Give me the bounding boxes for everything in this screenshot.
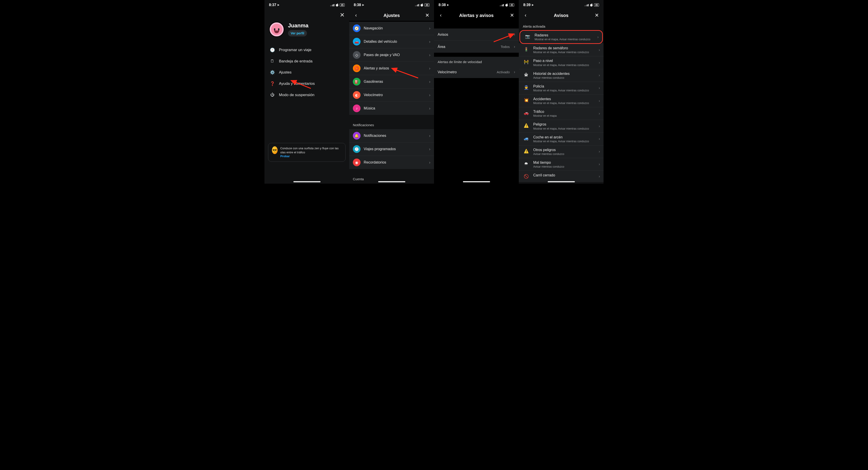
location-icon: ➤ [531, 3, 534, 6]
settings-row-recordatorios[interactable]: ◉ Recordatorios › [349, 156, 434, 169]
battery-icon: 45 [340, 3, 345, 6]
settings-row-detalles-del-veh-culo[interactable]: 🚗 Detalles del vehículo › [349, 35, 434, 48]
wifi-icon: ◉̑ [590, 3, 593, 7]
aviso-icon: 🌧 [522, 160, 530, 167]
aviso-row-radares-de-sem-foro[interactable]: 🚦 Radares de semáforo Mostrar en el mapa… [519, 43, 603, 56]
settings-row-navegaci-n[interactable]: 🧭 Navegación › [349, 22, 434, 35]
chevron-right-icon: › [599, 112, 600, 116]
menu-label: Programar un viaje [279, 48, 311, 52]
aviso-row-peligros[interactable]: ⚠️ Peligros Mostrar en el mapa, Avisar m… [519, 120, 603, 132]
screen-profile: 8:37➤ ◉̑ 45 ✕ Juanma Ver perfil 🕘Program… [265, 0, 349, 184]
aviso-row-carril-cerrado[interactable]: 🚫 Carril cerrado › [519, 171, 603, 182]
aviso-icon: 🚦 [522, 46, 530, 53]
aviso-title: Otros peligros [533, 148, 596, 152]
aviso-icon: 📷 [524, 33, 531, 40]
page-title: Ajustes [359, 13, 424, 18]
close-icon[interactable]: ✕ [424, 12, 430, 19]
row-icon: ◇ [353, 51, 361, 59]
menu-item-ajustes[interactable]: ⚙️Ajustes [266, 67, 348, 78]
aviso-subtitle: Mostrar en el mapa, Avisar mientras cond… [533, 101, 596, 105]
back-button[interactable]: ‹ [353, 12, 359, 19]
chevron-right-icon: › [429, 53, 430, 57]
settings-row-pases-de-peaje-y-vao[interactable]: ◇ Pases de peaje y VAO › [349, 48, 434, 61]
screen-avisos: 8:39➤ ◉̑45 ‹ Avisos ✕ Alerta activada 📷 … [519, 0, 603, 184]
menu-item-modo-de-suspensión[interactable]: ⏻Modo de suspensión [266, 89, 348, 100]
section-header-notifications: Notificaciones [349, 120, 434, 129]
aviso-icon: 🚗 [522, 110, 530, 116]
avisos-list: 📷 Radares Mostrar en el mapa, Avisar mie… [519, 31, 603, 182]
battery-icon: 45 [594, 3, 599, 6]
close-icon[interactable]: ✕ [594, 12, 600, 19]
settings-row-veloc-metro[interactable]: ◐ Velocímetro › [349, 88, 434, 101]
aviso-row-mal-tiempo[interactable]: 🌧 Mal tiempo Avisar mientras conduzco › [519, 158, 603, 171]
aviso-row-paso-a-nivel[interactable]: 🚧 Paso a nivel Mostrar en el mapa, Avisa… [519, 56, 603, 69]
promo-cta[interactable]: Probar [280, 154, 290, 158]
menu-icon: ⚙️ [270, 70, 275, 75]
status-bar: 8:38➤ ◉̑45 [434, 0, 519, 10]
location-icon: ➤ [277, 3, 279, 6]
settings-row-viajes-programados[interactable]: 🕑 Viajes programados › [349, 142, 434, 156]
row-icon: 🔔 [353, 132, 361, 140]
promo-card[interactable]: 😎 Conduce con una surfista zen y fluye c… [268, 143, 346, 162]
back-button[interactable]: ‹ [438, 12, 444, 19]
chevron-right-icon: › [514, 70, 515, 75]
aviso-title: Peligros [533, 122, 596, 126]
chevron-right-icon: › [429, 79, 430, 84]
alerts-row-veloc-metro[interactable]: Velocímetro Activado › [434, 66, 519, 78]
settings-row-gasolineras[interactable]: ⛽ Gasolineras › [349, 75, 434, 88]
aviso-subtitle: Mostrar en el mapa, Avisar mientras cond… [533, 140, 596, 143]
row-value: Activado [497, 70, 510, 74]
aviso-title: Historial de accidentes [533, 71, 596, 76]
wifi-icon: ◉̑ [505, 3, 508, 7]
aviso-icon: 🚧 [522, 59, 530, 65]
row-label: Música [364, 106, 426, 110]
home-indicator [463, 181, 490, 182]
menu-label: Bandeja de entrada [279, 59, 312, 64]
aviso-row-polic-a[interactable]: 👮 Policía Mostrar en el mapa, Avisar mie… [519, 82, 603, 94]
close-icon[interactable]: ✕ [509, 12, 515, 19]
home-indicator [293, 181, 320, 182]
alerts-row-avisos[interactable]: Avisos › [434, 29, 519, 40]
alerts-group-speed: Velocímetro Activado › [434, 66, 519, 78]
row-label: Gasolineras [364, 80, 426, 84]
aviso-icon: ⚠️ [522, 122, 530, 129]
row-icon: 🕑 [353, 145, 361, 153]
aviso-title: Paso a nivel [533, 59, 596, 63]
menu-item-programar-un-viaje[interactable]: 🕘Programar un viaje [266, 44, 348, 56]
row-icon: ⛽ [353, 78, 361, 86]
row-label: Viajes programados [364, 147, 426, 151]
aviso-row-otros-peligros[interactable]: ⚠️ Otros peligros Avisar mientras conduz… [519, 145, 603, 158]
aviso-row-coche-en-el-arc-n[interactable]: 🚙 Coche en el arcén Mostrar en el mapa, … [519, 133, 603, 145]
row-label: Velocímetro [438, 70, 493, 74]
menu-item-bandeja-de-entrada[interactable]: 🗒Bandeja de entrada [266, 56, 348, 67]
chevron-right-icon: › [599, 174, 600, 178]
status-bar: 8:37➤ ◉̑ 45 [265, 0, 349, 10]
alerts-row--rea[interactable]: Área Todos › [434, 40, 519, 53]
battery-icon: 45 [425, 3, 430, 6]
status-bar: 8:38➤ ◉̑45 [349, 0, 434, 10]
chevron-right-icon: › [514, 32, 515, 37]
menu-icon: ❓ [270, 81, 275, 86]
aviso-title: Radares de semáforo [533, 46, 596, 50]
battery-icon: 45 [509, 3, 514, 6]
chevron-right-icon: › [429, 134, 430, 138]
profile-header: Juanma Ver perfil [265, 20, 349, 42]
aviso-row-tr-fico[interactable]: 🚗 Tráfico Mostrar en el mapa › [519, 107, 603, 120]
aviso-row-accidentes[interactable]: 💥 Accidentes Mostrar en el mapa, Avisar … [519, 94, 603, 107]
menu-item-ayuda-y-comentarios[interactable]: ❓Ayuda y comentarios [266, 78, 348, 89]
menu-label: Ajustes [279, 70, 291, 75]
aviso-subtitle: Mostrar en el mapa, Avisar mientras cond… [533, 89, 596, 92]
avatar[interactable] [269, 22, 284, 37]
aviso-row-radares[interactable]: 📷 Radares Mostrar en el mapa, Avisar mie… [520, 31, 602, 43]
signal-icon [415, 4, 419, 6]
back-button[interactable]: ‹ [522, 12, 529, 19]
settings-row-alertas-y-avisos[interactable]: ⭕ Alertas y avisos › [349, 61, 434, 75]
aviso-row-historial-de-accidentes[interactable]: 🛣 Historial de accidentes Avisar mientra… [519, 69, 603, 82]
close-icon[interactable]: ✕ [340, 11, 345, 19]
see-profile-button[interactable]: Ver perfil [288, 30, 307, 36]
chevron-right-icon: › [599, 73, 600, 77]
settings-row-notificaciones[interactable]: 🔔 Notificaciones › [349, 129, 434, 142]
clock: 8:38 [438, 3, 446, 7]
chevron-right-icon: › [597, 35, 598, 39]
settings-row-m-sica[interactable]: ♪ Música › [349, 101, 434, 115]
